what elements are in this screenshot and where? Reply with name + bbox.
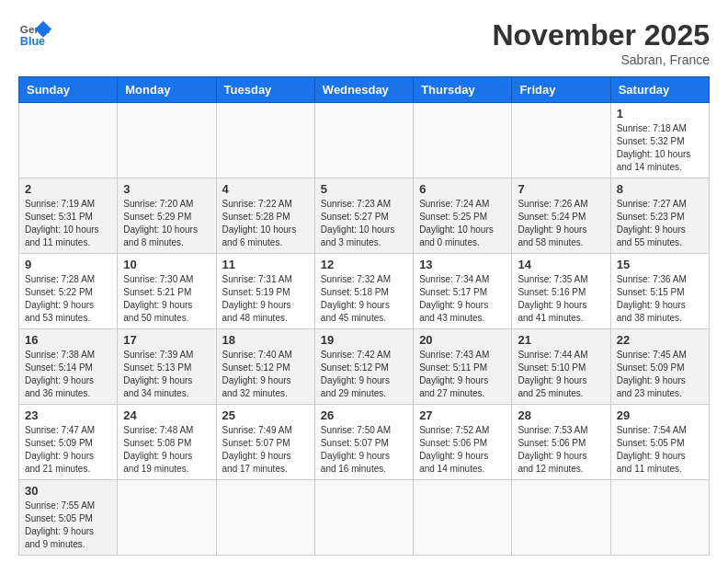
calendar-cell <box>216 480 314 556</box>
day-number: 5 <box>321 182 407 196</box>
day-info: Sunrise: 7:34 AM Sunset: 5:17 PM Dayligh… <box>419 273 506 325</box>
calendar-cell: 24Sunrise: 7:48 AM Sunset: 5:08 PM Dayli… <box>118 405 216 480</box>
calendar-week-5: 23Sunrise: 7:47 AM Sunset: 5:09 PM Dayli… <box>19 405 710 480</box>
calendar-week-1: 1Sunrise: 7:18 AM Sunset: 5:32 PM Daylig… <box>19 103 710 178</box>
day-info: Sunrise: 7:43 AM Sunset: 5:11 PM Dayligh… <box>419 349 506 400</box>
col-wednesday: Wednesday <box>314 77 413 103</box>
calendar-week-3: 9Sunrise: 7:28 AM Sunset: 5:22 PM Daylig… <box>19 254 710 329</box>
day-number: 13 <box>419 258 506 271</box>
calendar-cell: 27Sunrise: 7:52 AM Sunset: 5:06 PM Dayli… <box>414 405 512 480</box>
day-number: 18 <box>222 333 309 347</box>
calendar-cell: 25Sunrise: 7:49 AM Sunset: 5:07 PM Dayli… <box>216 405 314 480</box>
col-friday: Friday <box>512 77 610 103</box>
calendar-cell: 23Sunrise: 7:47 AM Sunset: 5:09 PM Dayli… <box>19 405 118 480</box>
day-info: Sunrise: 7:38 AM Sunset: 5:14 PM Dayligh… <box>25 349 111 400</box>
calendar-cell: 9Sunrise: 7:28 AM Sunset: 5:22 PM Daylig… <box>19 254 118 329</box>
calendar-cell <box>216 103 314 178</box>
calendar-cell <box>414 103 512 178</box>
day-info: Sunrise: 7:26 AM Sunset: 5:24 PM Dayligh… <box>518 198 604 249</box>
col-monday: Monday <box>118 77 216 103</box>
day-number: 14 <box>518 258 604 271</box>
calendar: Sunday Monday Tuesday Wednesday Thursday… <box>18 76 710 556</box>
day-number: 23 <box>25 408 111 422</box>
day-info: Sunrise: 7:39 AM Sunset: 5:13 PM Dayligh… <box>123 349 210 400</box>
day-info: Sunrise: 7:27 AM Sunset: 5:23 PM Dayligh… <box>617 198 703 249</box>
calendar-cell: 2Sunrise: 7:19 AM Sunset: 5:31 PM Daylig… <box>19 178 118 254</box>
day-info: Sunrise: 7:53 AM Sunset: 5:06 PM Dayligh… <box>518 424 604 476</box>
day-info: Sunrise: 7:52 AM Sunset: 5:06 PM Dayligh… <box>419 424 506 476</box>
calendar-cell: 12Sunrise: 7:32 AM Sunset: 5:18 PM Dayli… <box>314 254 413 329</box>
day-number: 21 <box>518 333 604 347</box>
calendar-cell: 11Sunrise: 7:31 AM Sunset: 5:19 PM Dayli… <box>216 254 314 329</box>
day-number: 15 <box>617 258 703 271</box>
day-info: Sunrise: 7:49 AM Sunset: 5:07 PM Dayligh… <box>222 424 309 476</box>
day-number: 19 <box>321 333 407 347</box>
day-info: Sunrise: 7:31 AM Sunset: 5:19 PM Dayligh… <box>222 273 309 325</box>
svg-text:Blue: Blue <box>20 35 45 48</box>
col-saturday: Saturday <box>610 77 709 103</box>
calendar-cell <box>512 480 610 556</box>
day-info: Sunrise: 7:19 AM Sunset: 5:31 PM Dayligh… <box>25 198 111 249</box>
day-info: Sunrise: 7:55 AM Sunset: 5:05 PM Dayligh… <box>25 500 111 551</box>
calendar-cell: 17Sunrise: 7:39 AM Sunset: 5:13 PM Dayli… <box>118 329 216 405</box>
day-number: 25 <box>222 408 309 422</box>
day-number: 2 <box>25 182 111 196</box>
day-number: 9 <box>25 258 111 271</box>
day-info: Sunrise: 7:22 AM Sunset: 5:28 PM Dayligh… <box>222 198 309 249</box>
calendar-cell: 1Sunrise: 7:18 AM Sunset: 5:32 PM Daylig… <box>610 103 709 178</box>
calendar-cell: 15Sunrise: 7:36 AM Sunset: 5:15 PM Dayli… <box>610 254 709 329</box>
day-number: 27 <box>419 408 506 422</box>
calendar-cell <box>414 480 512 556</box>
day-info: Sunrise: 7:45 AM Sunset: 5:09 PM Dayligh… <box>617 349 703 400</box>
day-number: 4 <box>222 182 309 196</box>
col-sunday: Sunday <box>19 77 118 103</box>
day-number: 1 <box>617 107 703 121</box>
col-tuesday: Tuesday <box>216 77 314 103</box>
day-number: 10 <box>123 258 210 271</box>
day-number: 8 <box>617 182 703 196</box>
calendar-cell: 5Sunrise: 7:23 AM Sunset: 5:27 PM Daylig… <box>314 178 413 254</box>
day-number: 7 <box>518 182 604 196</box>
day-number: 17 <box>123 333 210 347</box>
calendar-week-6: 30Sunrise: 7:55 AM Sunset: 5:05 PM Dayli… <box>19 480 710 556</box>
month-title: November 2025 <box>492 18 710 52</box>
day-number: 6 <box>419 182 506 196</box>
calendar-cell: 14Sunrise: 7:35 AM Sunset: 5:16 PM Dayli… <box>512 254 610 329</box>
day-info: Sunrise: 7:40 AM Sunset: 5:12 PM Dayligh… <box>222 349 309 400</box>
calendar-cell <box>19 103 118 178</box>
location: Sabran, France <box>492 52 710 67</box>
calendar-cell: 28Sunrise: 7:53 AM Sunset: 5:06 PM Dayli… <box>512 405 610 480</box>
day-info: Sunrise: 7:50 AM Sunset: 5:07 PM Dayligh… <box>321 424 407 476</box>
calendar-cell <box>118 103 216 178</box>
calendar-cell: 8Sunrise: 7:27 AM Sunset: 5:23 PM Daylig… <box>610 178 709 254</box>
day-number: 26 <box>321 408 407 422</box>
calendar-cell <box>512 103 610 178</box>
day-number: 29 <box>617 408 703 422</box>
day-number: 22 <box>617 333 703 347</box>
calendar-cell: 3Sunrise: 7:20 AM Sunset: 5:29 PM Daylig… <box>118 178 216 254</box>
calendar-cell: 19Sunrise: 7:42 AM Sunset: 5:12 PM Dayli… <box>314 329 413 405</box>
title-block: November 2025 Sabran, France <box>492 18 710 67</box>
calendar-cell: 20Sunrise: 7:43 AM Sunset: 5:11 PM Dayli… <box>414 329 512 405</box>
logo: General Blue <box>18 18 51 52</box>
day-info: Sunrise: 7:32 AM Sunset: 5:18 PM Dayligh… <box>321 273 407 325</box>
calendar-week-2: 2Sunrise: 7:19 AM Sunset: 5:31 PM Daylig… <box>19 178 710 254</box>
day-info: Sunrise: 7:18 AM Sunset: 5:32 PM Dayligh… <box>617 122 703 174</box>
day-info: Sunrise: 7:54 AM Sunset: 5:05 PM Dayligh… <box>617 424 703 476</box>
day-info: Sunrise: 7:28 AM Sunset: 5:22 PM Dayligh… <box>25 273 111 325</box>
day-info: Sunrise: 7:24 AM Sunset: 5:25 PM Dayligh… <box>419 198 506 249</box>
day-number: 24 <box>123 408 210 422</box>
day-info: Sunrise: 7:44 AM Sunset: 5:10 PM Dayligh… <box>518 349 604 400</box>
day-number: 3 <box>123 182 210 196</box>
day-number: 12 <box>321 258 407 271</box>
day-number: 16 <box>25 333 111 347</box>
day-info: Sunrise: 7:36 AM Sunset: 5:15 PM Dayligh… <box>617 273 703 325</box>
day-info: Sunrise: 7:30 AM Sunset: 5:21 PM Dayligh… <box>123 273 210 325</box>
calendar-cell <box>314 480 413 556</box>
day-info: Sunrise: 7:47 AM Sunset: 5:09 PM Dayligh… <box>25 424 111 476</box>
calendar-cell: 7Sunrise: 7:26 AM Sunset: 5:24 PM Daylig… <box>512 178 610 254</box>
page-header: General Blue November 2025 Sabran, Franc… <box>18 18 710 67</box>
calendar-cell: 26Sunrise: 7:50 AM Sunset: 5:07 PM Dayli… <box>314 405 413 480</box>
day-info: Sunrise: 7:23 AM Sunset: 5:27 PM Dayligh… <box>321 198 407 249</box>
logo-icon: General Blue <box>18 18 51 52</box>
